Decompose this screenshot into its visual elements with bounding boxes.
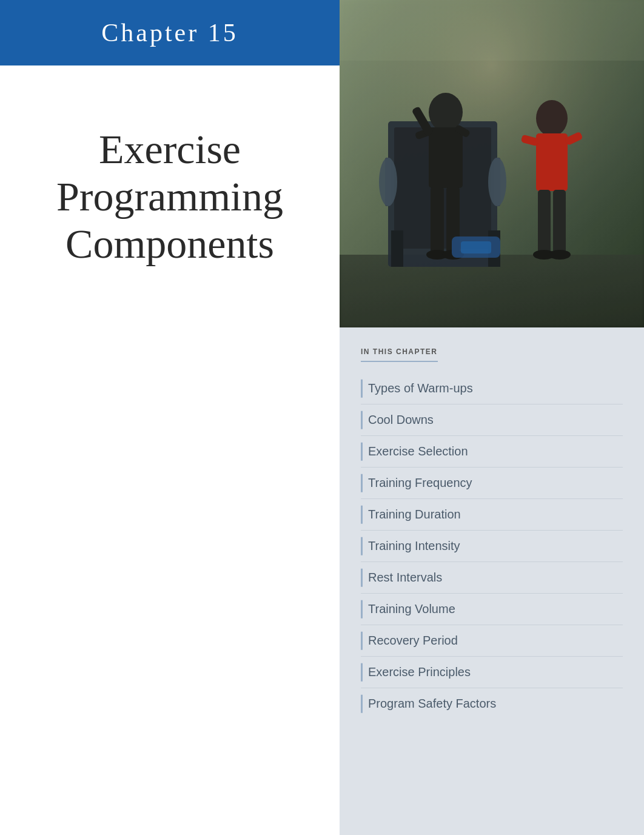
main-title: Exercise Programming Components [56, 126, 283, 268]
nav-accent-exercise-selection [361, 442, 363, 461]
nav-item-recovery-period[interactable]: Recovery Period [361, 625, 623, 657]
bottom-left-panel [0, 327, 340, 835]
sidebar-panel: IN THIS CHAPTER Types of Warm-upsCool Do… [340, 327, 644, 835]
chapter-header: Chapter 15 [0, 0, 340, 65]
chapter-number: Chapter 15 [101, 18, 238, 47]
nav-label-cool-downs: Cool Downs [368, 413, 434, 426]
title-line1: Exercise [99, 126, 241, 172]
nav-accent-cool-downs [361, 411, 363, 429]
nav-item-program-safety-factors[interactable]: Program Safety Factors [361, 688, 623, 719]
nav-label-exercise-principles: Exercise Principles [368, 665, 471, 679]
nav-label-recovery-period: Recovery Period [368, 634, 458, 647]
title-line3: Components [65, 221, 274, 267]
nav-item-training-duration[interactable]: Training Duration [361, 499, 623, 531]
nav-item-cool-downs[interactable]: Cool Downs [361, 404, 623, 436]
nav-accent-exercise-principles [361, 663, 363, 682]
nav-label-training-intensity: Training Intensity [368, 539, 460, 552]
svg-rect-31 [340, 0, 644, 61]
nav-item-exercise-principles[interactable]: Exercise Principles [361, 657, 623, 688]
nav-label-training-frequency: Training Frequency [368, 476, 472, 489]
nav-accent-training-intensity [361, 537, 363, 555]
nav-accent-training-volume [361, 600, 363, 619]
gym-illustration [340, 0, 644, 327]
page-container: Chapter 15 Exercise Programming Componen… [0, 0, 644, 835]
nav-accent-training-frequency [361, 474, 363, 492]
nav-item-training-intensity[interactable]: Training Intensity [361, 531, 623, 562]
nav-item-warm-ups[interactable]: Types of Warm-ups [361, 373, 623, 404]
chapter-nav-list: Types of Warm-upsCool DownsExercise Sele… [361, 373, 623, 719]
nav-item-exercise-selection[interactable]: Exercise Selection [361, 436, 623, 468]
nav-accent-rest-intervals [361, 568, 363, 587]
nav-accent-program-safety-factors [361, 694, 363, 713]
title-line2: Programming [56, 173, 283, 220]
nav-label-warm-ups: Types of Warm-ups [368, 381, 473, 395]
nav-accent-training-duration [361, 505, 363, 524]
left-panel: Chapter 15 Exercise Programming Componen… [0, 0, 340, 327]
gym-photo [340, 0, 644, 327]
nav-label-training-volume: Training Volume [368, 602, 455, 615]
nav-item-rest-intervals[interactable]: Rest Intervals [361, 562, 623, 594]
nav-label-exercise-selection: Exercise Selection [368, 444, 468, 458]
main-title-area: Exercise Programming Components [0, 65, 340, 327]
top-section: Chapter 15 Exercise Programming Componen… [0, 0, 644, 327]
bottom-section: IN THIS CHAPTER Types of Warm-upsCool Do… [0, 327, 644, 835]
nav-label-rest-intervals: Rest Intervals [368, 571, 442, 584]
nav-accent-warm-ups [361, 379, 363, 398]
nav-accent-recovery-period [361, 631, 363, 650]
nav-item-training-frequency[interactable]: Training Frequency [361, 468, 623, 499]
nav-item-training-volume[interactable]: Training Volume [361, 594, 623, 625]
nav-label-training-duration: Training Duration [368, 508, 461, 521]
gym-photo-panel [340, 0, 644, 327]
nav-label-program-safety-factors: Program Safety Factors [368, 697, 496, 710]
in-this-chapter-label: IN THIS CHAPTER [361, 347, 438, 362]
